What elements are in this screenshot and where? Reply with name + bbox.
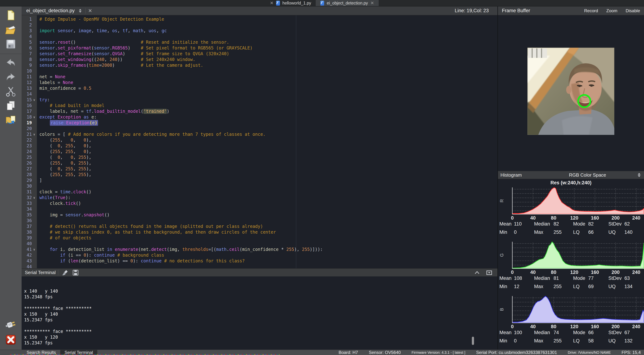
- gutter-line: 17: [22, 108, 37, 114]
- stat-label: Mean: [499, 221, 512, 227]
- gutter-line: 6: [22, 45, 37, 51]
- svg-text:120: 120: [570, 215, 578, 220]
- stat-value: 77: [588, 276, 594, 281]
- serial-terminal-header: Serial Terminal: [22, 268, 498, 276]
- save-log-icon[interactable]: [72, 270, 79, 276]
- window-tab-helloworld[interactable]: ✕ helloworld_1.py: [265, 0, 316, 6]
- svg-text:80: 80: [551, 324, 556, 329]
- redo-icon[interactable]: [5, 71, 17, 83]
- python-file-icon: [320, 1, 324, 6]
- svg-text:160: 160: [591, 270, 599, 275]
- stat-label: StDev: [608, 330, 622, 336]
- frame-buffer-header: Frame Buffer Record Zoom Disable: [498, 6, 644, 15]
- svg-text:200: 200: [612, 215, 620, 220]
- new-file-icon[interactable]: [5, 9, 17, 21]
- tab-reorder-icon[interactable]: [78, 8, 83, 13]
- stat-value: 132: [624, 338, 632, 344]
- svg-text:160: 160: [591, 215, 599, 220]
- stat-label: UQ: [608, 230, 616, 235]
- gutter-line: 8: [22, 57, 37, 62]
- serial-terminal-output[interactable]: x 140 y 14015.2348 fps********** face **…: [22, 276, 498, 350]
- gutter-line: 19: [22, 120, 37, 126]
- stat-label: Max: [534, 338, 543, 344]
- code-line: (255, 0, 0),: [40, 137, 498, 143]
- copy-icon[interactable]: [5, 100, 17, 112]
- stat-label: UQ: [608, 284, 616, 289]
- fold-marker-icon[interactable]: ∨: [32, 195, 36, 200]
- gutter-line: 44: [22, 264, 37, 268]
- fold-marker-icon[interactable]: ∨: [32, 97, 36, 103]
- disable-button[interactable]: Disable: [626, 8, 640, 13]
- cut-icon[interactable]: [5, 86, 17, 98]
- fold-marker-icon[interactable]: ∨: [32, 246, 36, 252]
- fold-marker-icon[interactable]: ∨: [32, 114, 36, 120]
- paste-icon[interactable]: [5, 114, 17, 126]
- code-line: # Load built in model: [40, 103, 498, 108]
- gutter-line: 26: [22, 160, 37, 166]
- code-line: sensor.skip_frames(time=2000) # Let the …: [40, 62, 498, 68]
- terminal-line: ********** face **********: [24, 306, 498, 311]
- code-line: [40, 241, 498, 246]
- stop-icon[interactable]: [5, 334, 17, 346]
- frame-buffer-panel: [498, 15, 644, 171]
- terminal-scrollbar[interactable]: [472, 337, 474, 345]
- window-tab-label: helloworld_1.py: [282, 1, 311, 6]
- frame-buffer-title: Frame Buffer: [502, 8, 530, 14]
- gutter-line: 16: [22, 103, 37, 108]
- tab-close-icon[interactable]: ✕: [88, 8, 92, 14]
- stat-label: Max: [534, 230, 543, 235]
- code-line: [40, 206, 498, 212]
- code-line: except Exception as e:: [40, 114, 498, 120]
- code-line: sensor.set_pixformat(sensor.RGB565) # Se…: [40, 45, 498, 51]
- code-line: (255, 0, 255),: [40, 160, 498, 166]
- stat-label: Mean: [499, 276, 512, 281]
- zoom-button[interactable]: Zoom: [606, 8, 618, 13]
- detach-panel-icon[interactable]: [486, 270, 492, 275]
- stat-label: Mode: [573, 330, 585, 336]
- terminal-line: [24, 300, 498, 306]
- window-tab-label: ei_object_detection.py: [327, 1, 368, 6]
- code-line: [40, 183, 498, 189]
- divider: [58, 270, 58, 275]
- undo-icon[interactable]: [5, 57, 17, 69]
- collapse-panel-icon[interactable]: [474, 270, 480, 275]
- svg-text:200: 200: [612, 270, 620, 275]
- terminal-line: [24, 323, 498, 328]
- gutter: 123456789101112131415∨161718∨192021∨2223…: [22, 15, 37, 268]
- code-line: # we skip class index 0, as that is the …: [40, 229, 498, 235]
- code-line: ( 0, 0, 255),: [40, 154, 498, 160]
- fold-marker-icon[interactable]: ∨: [32, 132, 36, 137]
- window-tab-ei-object-detection[interactable]: ei_object_detection.py ✕: [316, 0, 379, 6]
- record-button[interactable]: Record: [584, 8, 598, 13]
- stat-value: 63: [624, 276, 630, 281]
- dropdown-arrows-icon: [637, 172, 642, 178]
- svg-text:40: 40: [530, 324, 536, 329]
- status-items: Board: H7Sensor: OV5640Firmware Version:…: [338, 350, 644, 355]
- code-line: if (i == 0): continue # background class: [40, 252, 498, 258]
- save-file-icon[interactable]: [5, 38, 17, 50]
- code-editor[interactable]: 123456789101112131415∨161718∨192021∨2223…: [22, 15, 498, 268]
- svg-text:80: 80: [551, 270, 556, 275]
- editor-tab-label[interactable]: ei_object_detection.py: [22, 8, 75, 14]
- code-line: # Edge Impulse - OpenMV Object Detection…: [40, 16, 498, 22]
- close-icon[interactable]: ✕: [370, 0, 374, 6]
- stat-value: 255: [554, 230, 562, 235]
- svg-text:80: 80: [551, 215, 556, 220]
- svg-text:240: 240: [632, 324, 640, 329]
- code-line: sensor.set_framesize(sensor.QVGA) # Set …: [40, 51, 498, 57]
- stat-value: 140: [624, 230, 632, 235]
- connect-icon[interactable]: [5, 320, 17, 331]
- stat-label: StDev: [608, 221, 622, 227]
- colorspace-dropdown[interactable]: RGB Color Space: [538, 172, 642, 178]
- open-file-icon[interactable]: [5, 24, 17, 36]
- clear-terminal-icon[interactable]: [62, 270, 69, 276]
- status-item: FPS: 15,4: [622, 350, 641, 355]
- code-line: # detect() returns all objects found in …: [40, 224, 498, 229]
- code-line: while(True):: [40, 195, 498, 200]
- gutter-line: 36: [22, 218, 37, 224]
- stat-value: 0: [514, 230, 517, 235]
- gutter-line: 13: [22, 86, 37, 91]
- close-icon[interactable]: ✕: [270, 0, 274, 6]
- svg-text:120: 120: [570, 270, 578, 275]
- code-lines[interactable]: # Edge Impulse - OpenMV Object Detection…: [37, 15, 498, 268]
